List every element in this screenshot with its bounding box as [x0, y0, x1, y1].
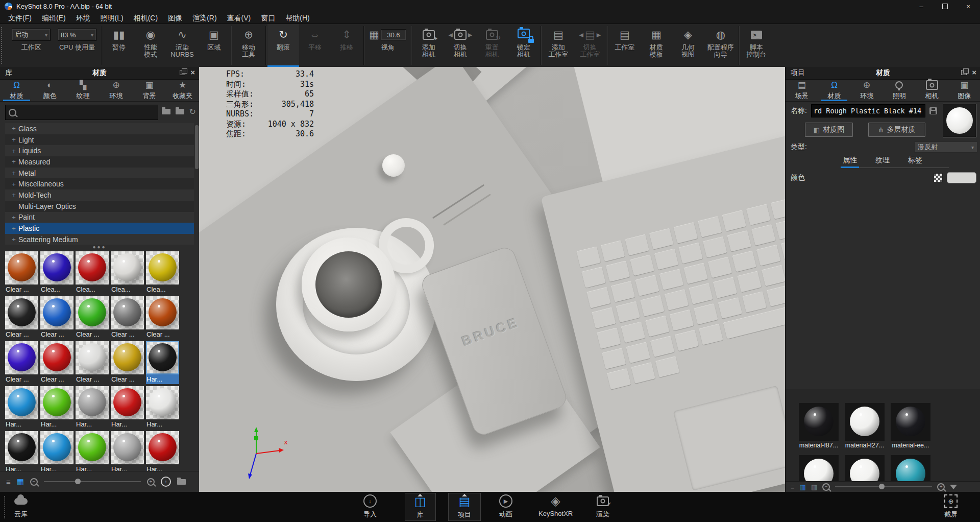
slider-knob[interactable]: [879, 484, 885, 489]
next-arrow-icon[interactable]: ▶: [468, 32, 472, 38]
realtime-viewport[interactable]: BRUCE FPS:33.4时间:31s采样值:65三角形:305,418NUR…: [199, 67, 785, 492]
slider-knob[interactable]: [75, 479, 81, 484]
project-tab-environment[interactable]: ⊕环境: [850, 79, 883, 101]
studio-button[interactable]: ▤工作室: [609, 24, 641, 67]
tumble-button[interactable]: ↻翻滚: [267, 24, 299, 67]
subtab-属性[interactable]: 属性: [842, 156, 858, 165]
material-thumbnail[interactable]: Clear ...: [76, 341, 109, 384]
float-panel-icon[interactable]: [180, 70, 185, 75]
project-tab-lighting[interactable]: 照明: [883, 79, 916, 101]
tree-row-mold-tech[interactable]: +Mold-Tech: [5, 189, 194, 201]
add-camera-button[interactable]: +添加 相机: [413, 24, 445, 67]
material-thumbnail[interactable]: Clear ...: [76, 296, 109, 339]
material-thumbnail[interactable]: Clea...: [40, 251, 74, 294]
list-view-icon[interactable]: ≡: [6, 478, 11, 486]
thumbnail-size-slider[interactable]: [44, 481, 141, 482]
material-thumbnail[interactable]: Har...: [146, 341, 179, 384]
pan-button[interactable]: ⇔平移: [299, 24, 331, 67]
menu-item-6[interactable]: 图像: [163, 12, 187, 23]
prev-arrow-icon[interactable]: ◀: [448, 32, 452, 38]
menu-item-5[interactable]: 相机(C): [129, 12, 163, 23]
expander-icon[interactable]: +: [9, 235, 18, 243]
render-button[interactable]: ✓渲染: [596, 494, 609, 519]
material-thumbnail[interactable]: Har...: [146, 431, 179, 471]
material-thumbnail[interactable]: Har...: [76, 386, 109, 429]
material-thumbnail[interactable]: Har...: [40, 386, 74, 429]
material-preview[interactable]: [943, 104, 976, 137]
library-tab-materials[interactable]: Ω材质: [0, 79, 33, 101]
material-graph-button[interactable]: ◧ 材质图: [805, 123, 853, 137]
tree-row-paint[interactable]: +Paint: [5, 212, 194, 223]
keyshotxr-button[interactable]: ◈KeyShotXR: [538, 494, 573, 517]
menu-item-1[interactable]: 文件(F): [3, 12, 37, 23]
library-tab-textures[interactable]: ▚纹理: [66, 79, 100, 101]
refresh-icon[interactable]: ↻: [189, 107, 196, 116]
material-thumbnail[interactable]: Clear ...: [5, 341, 38, 384]
prev-arrow-icon[interactable]: ◀: [579, 32, 583, 38]
maximize-button[interactable]: [933, 0, 957, 12]
workspace-button[interactable]: 启动▾工作区: [8, 24, 54, 67]
diffuse-color-swatch[interactable]: [947, 172, 976, 183]
tree-row-metal[interactable]: +Metal: [5, 168, 194, 179]
material-thumbnail[interactable]: Clear ...: [40, 341, 74, 384]
project-material-thumbnail[interactable]: [891, 455, 930, 482]
import-button[interactable]: ↓导入: [363, 494, 377, 519]
subtab-标签[interactable]: 标签: [907, 156, 923, 165]
expander-icon[interactable]: +: [9, 213, 18, 221]
close-panel-icon[interactable]: ×: [190, 69, 195, 76]
library-tab-environments[interactable]: ⊕环境: [100, 79, 133, 101]
cloud-library-button[interactable]: 云库: [14, 494, 28, 519]
region-button[interactable]: ▣区域: [198, 24, 230, 67]
library-tab-backgrounds[interactable]: ▣背景: [133, 79, 166, 101]
save-material-icon[interactable]: [929, 107, 937, 114]
material-thumbnail[interactable]: Har...: [40, 431, 74, 471]
material-thumbnail[interactable]: Clear ...: [40, 296, 74, 339]
project-tab-material[interactable]: Ω材质: [818, 79, 851, 101]
geometry-view-button[interactable]: ◈几何 视图: [672, 24, 704, 67]
minimize-button[interactable]: –: [910, 0, 933, 12]
configurator-wizard-button[interactable]: ◍配置程序 向导: [704, 24, 738, 67]
tree-row-plastic[interactable]: +Plastic: [5, 223, 194, 234]
project-tab-scene[interactable]: ▤场景: [786, 79, 818, 101]
folder-icon[interactable]: [177, 479, 186, 485]
material-template-button[interactable]: ▦材质 模板: [641, 24, 672, 67]
thumbnail-size-slider[interactable]: [835, 486, 932, 487]
tree-row-glass[interactable]: +Glass: [5, 123, 194, 134]
menu-item-3[interactable]: 环境: [71, 12, 95, 23]
material-thumbnail[interactable]: Clear ...: [5, 296, 38, 339]
workspace-dropdown[interactable]: 启动▾: [12, 29, 51, 41]
tree-row-miscellaneous[interactable]: +Miscellaneous: [5, 178, 194, 189]
library-button[interactable]: ◫库: [405, 493, 436, 521]
menu-item-2[interactable]: 编辑(E): [37, 12, 71, 23]
close-panel-icon[interactable]: ×: [972, 69, 976, 76]
tree-row-light[interactable]: +Light: [5, 134, 194, 146]
fov-button[interactable]: ▦30.6视角: [365, 24, 410, 67]
upload-icon[interactable]: ↑: [161, 477, 171, 487]
expander-icon[interactable]: +: [9, 191, 18, 199]
tree-scrollbar[interactable]: [195, 125, 199, 169]
large-grid-view-icon[interactable]: ▦: [811, 483, 817, 491]
library-tab-colors[interactable]: ◐颜色: [33, 79, 66, 101]
material-thumbnail[interactable]: Har...: [111, 386, 144, 429]
material-thumbnail[interactable]: Har...: [76, 431, 109, 471]
project-material-thumbnail[interactable]: material-f27...: [845, 403, 885, 450]
menu-item-7[interactable]: 渲染(R): [187, 12, 222, 23]
material-thumbnail[interactable]: Har...: [5, 386, 38, 429]
fov-value-field[interactable]: 30.6: [381, 29, 406, 40]
project-tab-camera[interactable]: 相机: [916, 79, 948, 101]
multi-layer-material-button[interactable]: ⋔ 多层材质: [868, 123, 925, 137]
list-view-icon[interactable]: ≡: [791, 483, 795, 491]
drag-handle[interactable]: [4, 496, 5, 518]
tree-row-multi-layer-optics[interactable]: Multi-Layer Optics: [5, 201, 194, 212]
grid-view-icon[interactable]: ▦: [800, 483, 806, 491]
performance-mode-button[interactable]: ◉性能 模式: [135, 24, 166, 67]
material-thumbnail[interactable]: Clear ...: [111, 296, 144, 339]
animation-button[interactable]: ▶动画: [499, 494, 512, 519]
project-button[interactable]: ▤项目: [448, 493, 481, 521]
material-thumbnail[interactable]: Clea...: [146, 251, 179, 294]
material-thumbnail[interactable]: Har...: [146, 386, 179, 429]
reset-camera-button[interactable]: ↻重置 相机: [476, 24, 508, 67]
menu-item-4[interactable]: 照明(L): [95, 12, 129, 23]
next-arrow-icon[interactable]: ▶: [597, 32, 601, 38]
texture-checker-icon[interactable]: [934, 173, 943, 182]
